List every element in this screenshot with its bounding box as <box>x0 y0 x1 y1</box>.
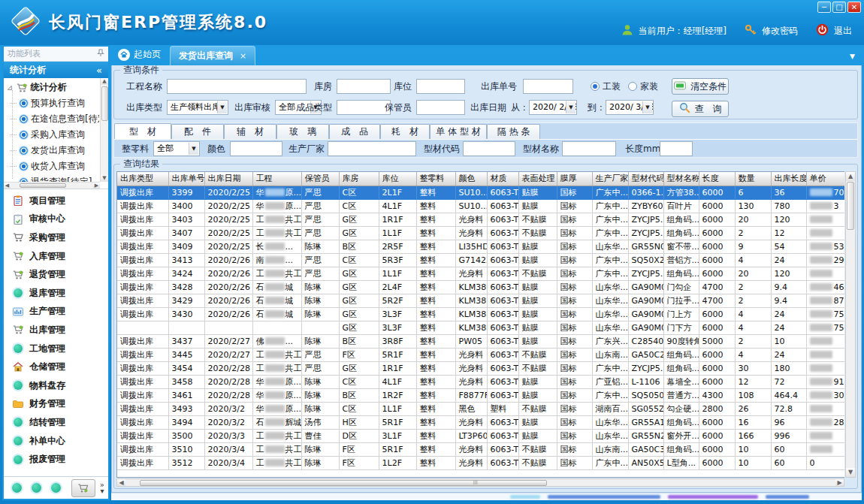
sidebar-item[interactable]: 结转管理 <box>4 413 108 432</box>
close-button[interactable]: ✕ <box>847 2 861 13</box>
column-header[interactable]: 保管员 <box>301 172 339 186</box>
sidebar-item[interactable]: 项目管理 <box>4 192 108 210</box>
column-header[interactable]: 材质 <box>487 172 518 186</box>
column-header[interactable]: 单价 <box>806 172 844 186</box>
collapse-icon[interactable]: « <box>96 65 102 76</box>
tree-vertical-scrollbar[interactable]: ▲ ▼ <box>100 78 108 182</box>
sidebar-item[interactable]: 退库管理 <box>4 284 108 303</box>
material-tab[interactable]: 型 材 <box>114 123 171 139</box>
sidebar-item[interactable]: 仓储管理 <box>4 358 108 376</box>
project-name-input[interactable] <box>167 79 307 94</box>
sidebar-item[interactable]: 物料盘存 <box>4 376 108 395</box>
maximize-button[interactable]: □ <box>832 2 846 13</box>
table-row[interactable]: 调拨出库33992020/2/25华原...严思C区2L1F整料SU10...6… <box>117 186 844 199</box>
sidebar-item[interactable]: 入库管理 <box>4 247 108 266</box>
home-wear-label[interactable]: 家装 <box>640 78 658 95</box>
profile-code-input[interactable] <box>463 141 515 156</box>
color-input[interactable] <box>230 141 282 156</box>
table-row[interactable]: 调拨出库35122020/3/4工共工程陈琳F区1L2F整料光身料6063-T5… <box>117 456 844 469</box>
material-tab[interactable]: 单 体 型 材 <box>430 124 487 139</box>
location-input[interactable] <box>416 79 465 94</box>
table-row[interactable]: 调拨出库34092020/2/25长...陈琳B区2R5F整料LI35HD606… <box>117 240 844 253</box>
date-from-select[interactable]: 2020/ 2/16▼ <box>529 100 577 115</box>
scroll-up-icon[interactable]: ▲ <box>101 78 108 85</box>
keeper-input[interactable] <box>416 100 465 115</box>
profile-name-input[interactable] <box>562 141 616 156</box>
logout-link[interactable]: 退出 <box>834 25 852 38</box>
scroll-right-icon[interactable]: ▶ <box>835 479 844 486</box>
material-tab[interactable]: 成 品 <box>329 124 380 139</box>
column-header[interactable]: 表面处理 <box>518 172 557 186</box>
scroll-up-icon[interactable]: ▲ <box>846 172 855 181</box>
table-row[interactable]: 调拨出库34452020/2/27工共工程严思F区5R1F整料光身料6063-T… <box>117 348 844 361</box>
footer-dot-button[interactable] <box>51 483 61 493</box>
column-header[interactable]: 型材代码 <box>628 172 663 186</box>
sidebar-item[interactable]: 财务管理 <box>4 395 108 414</box>
column-header[interactable]: 出库日期 <box>204 172 252 186</box>
sidebar-item[interactable]: 生产管理 <box>4 303 108 321</box>
sidebar-item[interactable]: 采购管理 <box>4 228 108 247</box>
tree-item[interactable]: 采购入库查询 <box>6 127 99 143</box>
table-row[interactable]: 调拨出库34582020/2/28华原...陈琳C区4L1F整料光身料6063-… <box>117 375 844 388</box>
column-header[interactable]: 库房 <box>339 172 379 186</box>
search-button[interactable]: 查 询 <box>672 101 729 117</box>
sidebar-item[interactable]: 退货管理 <box>4 265 108 284</box>
grid-hscroll-thumb[interactable] <box>140 480 547 486</box>
table-row[interactable]: 调拨出库34002020/2/25华原...严思C区4L1F整料SU10...6… <box>117 199 844 213</box>
tree-item[interactable]: 退货查询[待定] <box>6 174 99 182</box>
table-row[interactable]: 调拨出库34242020/2/26工共工程严思G区1L1F整料光身料6063-T… <box>117 267 844 280</box>
sidebar-item[interactable]: 报废管理 <box>4 450 108 469</box>
column-header[interactable]: 工程 <box>252 172 301 186</box>
table-row[interactable]: 调拨出库34542020/2/28工共工程严思G区1R1F整料光身料6063-T… <box>117 361 844 375</box>
column-header[interactable]: 出库类型 <box>117 172 168 186</box>
material-tab[interactable]: 隔 热 条 <box>487 124 540 139</box>
length-input[interactable] <box>660 141 693 156</box>
tree-horizontal-scrollbar[interactable]: ◀ ▶ <box>4 182 100 189</box>
clear-conditions-button[interactable]: 清空条件 <box>672 78 729 95</box>
column-header[interactable]: 长度 <box>699 172 735 186</box>
sidebar-item[interactable]: 补单中心 <box>4 432 108 451</box>
table-row[interactable]: 调拨出库35102020/3/4工共工程陈琳F区5R1F整料光身料6063-T5… <box>117 442 844 456</box>
home-wear-radio[interactable] <box>628 82 637 91</box>
batch-select[interactable]: 全部▼ <box>153 141 200 156</box>
sidebar-item[interactable]: 审核中心 <box>4 210 108 229</box>
material-tab[interactable]: 玻 璃 <box>276 124 329 139</box>
scroll-down-icon[interactable]: ▼ <box>101 175 108 182</box>
tree-root[interactable]: ⊿统计分析 <box>6 80 99 95</box>
work-wear-radio[interactable] <box>591 82 600 91</box>
tab-close-icon[interactable]: × <box>240 51 246 61</box>
out-type-select[interactable]: 生产领料出库▼ <box>167 100 228 115</box>
table-row[interactable]: 调拨出库34282020/2/26石城陈琳G区2L4F整料KLM38176063… <box>117 280 844 294</box>
tree-item[interactable]: 发货出库查询 <box>6 143 99 158</box>
column-header[interactable]: 颜色 <box>455 172 487 186</box>
group-header[interactable]: 统计分析 « <box>4 62 108 78</box>
table-row[interactable]: 调拨出库34072020/2/25工共工程严思G区1L1F整料光身料6063-T… <box>117 226 844 240</box>
table-row[interactable]: 调拨出库34132020/2/26南...严思C区5R3F整料G71422606… <box>117 253 844 267</box>
table-row[interactable]: 调拨出库34612020/2/28华原...陈琳B区1R2F整料F8877FT6… <box>117 388 844 402</box>
pin-icon[interactable] <box>97 49 104 59</box>
scroll-left-icon[interactable]: ◀ <box>4 183 11 189</box>
table-row[interactable]: 调拨出库34932020/3/2华原...陈琳C区1L1F整料黑色塑料不贴膜国标… <box>117 402 844 415</box>
footer-dot-button[interactable] <box>32 483 41 493</box>
grid-vscroll-thumb[interactable] <box>847 182 854 230</box>
date-to-select[interactable]: 2020/ 3/16▼ <box>606 100 654 115</box>
table-row[interactable]: G区3L3F整料KLM38176063-T5贴膜国标山东华...GA90M09.… <box>117 321 844 334</box>
footer-dot-button[interactable] <box>12 483 22 493</box>
scroll-down-icon[interactable]: ▼ <box>846 468 855 477</box>
change-password-link[interactable]: 修改密码 <box>762 25 798 38</box>
scroll-left-icon[interactable]: ◀ <box>117 479 125 486</box>
material-tab[interactable]: 辅 材 <box>224 124 276 139</box>
sidebar-item[interactable]: 出库管理 <box>4 321 108 340</box>
grid-vertical-scrollbar[interactable]: ▲ ▼ <box>845 171 856 478</box>
column-header[interactable]: 数量 <box>735 172 771 186</box>
column-header[interactable]: 出库单号 <box>168 172 204 186</box>
work-wear-label[interactable]: 工装 <box>603 78 621 95</box>
scroll-right-icon[interactable]: ▶ <box>93 183 100 189</box>
order-no-input[interactable] <box>523 79 573 94</box>
column-header[interactable]: 出库长度 <box>771 172 806 186</box>
tab-shipment-query[interactable]: 发货出库查询 × <box>170 46 255 65</box>
sidebar-item[interactable]: 工地管理 <box>4 340 108 358</box>
tree-expander-icon[interactable]: ⊿ <box>7 84 13 92</box>
tab-list-caret-icon[interactable]: ▼ <box>850 53 855 60</box>
column-header[interactable]: 整零料 <box>416 172 455 186</box>
